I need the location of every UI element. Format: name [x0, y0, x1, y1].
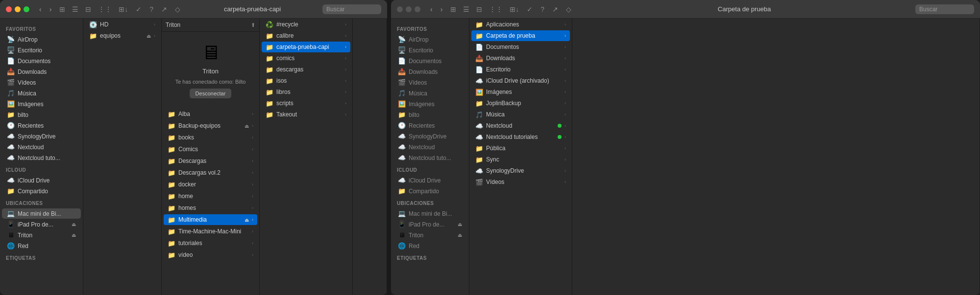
isos-item[interactable]: 📁 isos ›	[262, 75, 350, 86]
r-sidebar-compartido[interactable]: 📁 Compartido	[393, 186, 467, 196]
sidebar-item-imagenes[interactable]: 🖼️ Imágenes	[2, 99, 81, 109]
disconnect-button[interactable]: Desconectar	[190, 89, 232, 98]
r-escritorio-item[interactable]: 📄 Escritorio ›	[471, 64, 570, 75]
right-maximize-btn[interactable]	[415, 6, 420, 12]
r-nextcloud-tuto-item[interactable]: ☁️ Nextcloud tutoriales ›	[471, 132, 570, 142]
hd-item[interactable]: 💽 HD ›	[85, 19, 159, 30]
sidebar-item-documentos[interactable]: 📄 Documentos	[2, 56, 81, 66]
r-column-view-button[interactable]: ⊟	[474, 4, 484, 14]
sidebar-item-synology[interactable]: ☁️ SynologyDrive	[2, 131, 81, 141]
video-item[interactable]: 📁 vídeo ›	[164, 250, 257, 260]
gallery-view-button[interactable]: ⋮⋮	[96, 4, 114, 14]
right-minimize-btn[interactable]	[406, 6, 412, 12]
help-icon[interactable]: ?	[147, 4, 155, 14]
r-sidebar-nextcloud-tuto[interactable]: ☁️ Nextcloud tuto...	[393, 153, 467, 163]
r-sidebar-triton[interactable]: 🖥 Triton ⏏	[393, 230, 467, 240]
search-input[interactable]	[322, 4, 381, 14]
sidebar-item-bilto[interactable]: 📁 bilto	[2, 110, 81, 120]
takeout-item[interactable]: 📁 Takeout ›	[262, 109, 350, 120]
r-sidebar-icloud[interactable]: ☁️ iCloud Drive	[393, 175, 467, 185]
comics-col-item[interactable]: 📁 comics ›	[262, 53, 350, 64]
minimize-button[interactable]	[15, 6, 21, 12]
sidebar-item-nextcloud[interactable]: ☁️ Nextcloud	[2, 142, 81, 152]
r-icloud-drive-item[interactable]: ☁️ iCloud Drive (archivado) ›	[471, 75, 570, 86]
sidebar-item-videos[interactable]: 🎬 Vídeos	[2, 77, 81, 88]
sidebar-item-red[interactable]: 🌐 Red	[2, 241, 81, 251]
r-help-icon[interactable]: ?	[539, 4, 546, 14]
r-sidebar-videos[interactable]: 🎬 Vídeos	[393, 77, 467, 88]
r-synology-item[interactable]: ☁️ SynologyDrive ›	[471, 165, 570, 176]
r-joplin-item[interactable]: 📁 JoplinBackup ›	[471, 98, 570, 109]
eject-icon[interactable]: ⏏	[72, 222, 76, 227]
equipos-item[interactable]: 📁 equipos ⏏ ›	[85, 30, 159, 41]
sidebar-item-macmini[interactable]: 💻 Mac mini de Bi...	[2, 208, 81, 219]
r-videos-item[interactable]: 🎬 Vídeos ›	[471, 177, 570, 187]
r-tag-icon[interactable]: ◇	[564, 4, 573, 14]
r-musica-item[interactable]: 🎵 Música ›	[471, 109, 570, 120]
sidebar-item-airdrop[interactable]: 📡 AirDrop	[2, 34, 81, 45]
descargas-vol2-item[interactable]: 📁 Descargas vol.2 ›	[164, 167, 257, 178]
r-aplicaciones-item[interactable]: 📁 Aplicaciones ›	[471, 19, 570, 30]
r-sidebar-downloads[interactable]: 📥 Downloads	[393, 67, 467, 77]
calibre-item[interactable]: 📁 calibre ›	[262, 30, 350, 41]
r-sidebar-synology[interactable]: ☁️ SynologyDrive	[393, 131, 467, 141]
r-sync-item[interactable]: 📁 Sync ›	[471, 154, 570, 165]
timemachine-item[interactable]: 📁 Time-Machine-Mac-Mini ›	[164, 226, 257, 237]
r-sidebar-musica[interactable]: 🎵 Música	[393, 88, 467, 98]
r-list-view-button[interactable]: ☰	[461, 4, 471, 14]
sidebar-item-icloud-drive[interactable]: ☁️ iCloud Drive	[2, 175, 81, 185]
right-search-input[interactable]	[915, 4, 974, 14]
eject-icon[interactable]: ⏏	[147, 33, 151, 39]
r-nextcloud-item[interactable]: ☁️ Nextcloud ›	[471, 120, 570, 131]
r-publica-item[interactable]: 📁 Pública ›	[471, 143, 570, 154]
column-view-button[interactable]: ⊟	[83, 4, 93, 14]
recycle-item[interactable]: ♻️ #recycle ›	[262, 19, 350, 30]
alba-item[interactable]: 📁 Alba ›	[164, 109, 257, 119]
eject-icon[interactable]: ⏏	[245, 123, 249, 129]
r-sort-button[interactable]: ⊞↓	[508, 4, 521, 14]
descargas-col-item[interactable]: 📁 descargas ›	[262, 64, 350, 75]
r-carpeta-prueba-item[interactable]: 📁 Carpeta de prueba ›	[471, 30, 570, 41]
sort-button[interactable]: ⊞↓	[117, 4, 130, 14]
maximize-button[interactable]	[24, 6, 29, 12]
r-sidebar-red[interactable]: 🌐 Red	[393, 241, 467, 251]
right-forward-button[interactable]: ›	[439, 4, 445, 14]
share-icon[interactable]: ↗	[159, 4, 169, 14]
descargas-item[interactable]: 📁 Descargas ›	[164, 156, 257, 166]
backup-item[interactable]: 📁 Backup-equipos ⏏ ›	[164, 120, 257, 131]
sidebar-item-compartido[interactable]: 📁 Compartido	[2, 186, 81, 196]
multimedia-item[interactable]: 📁 Multimedia ⏏ ›	[164, 214, 257, 225]
r-sidebar-documentos[interactable]: 📄 Documentos	[393, 56, 467, 66]
check-icon[interactable]: ✓	[134, 4, 144, 14]
close-button[interactable]	[6, 6, 12, 12]
books-item[interactable]: 📁 books ›	[164, 132, 257, 143]
r-documentos-item[interactable]: 📄 Documentos ›	[471, 42, 570, 52]
r-sidebar-nextcloud[interactable]: ☁️ Nextcloud	[393, 142, 467, 152]
home-item[interactable]: 📁 home ›	[164, 191, 257, 202]
right-back-button[interactable]: ‹	[428, 4, 435, 14]
r-sidebar-escritorio[interactable]: 🖥️ Escritorio	[393, 45, 467, 55]
list-view-button[interactable]: ☰	[70, 4, 80, 14]
r-check-icon[interactable]: ✓	[525, 4, 535, 14]
tag-icon[interactable]: ◇	[173, 4, 182, 14]
comics-item[interactable]: 📁 Comics ›	[164, 144, 257, 155]
sidebar-item-recientes[interactable]: 🕐 Recientes	[2, 120, 81, 131]
sidebar-item-triton[interactable]: 🖥 Triton ⏏	[2, 230, 81, 240]
homes-item[interactable]: 📁 homes ›	[164, 203, 257, 213]
forward-button[interactable]: ›	[48, 4, 54, 14]
sidebar-item-escritorio[interactable]: 🖥️ Escritorio	[2, 45, 81, 55]
tutoriales-item[interactable]: 📁 tutoriales ›	[164, 238, 257, 249]
docker-item[interactable]: 📁 docker ›	[164, 179, 257, 190]
r-sidebar-bilto[interactable]: 📁 bilto	[393, 110, 467, 120]
triton-eject-icon[interactable]: ⬆	[251, 22, 255, 28]
eject-icon[interactable]: ⏏	[245, 217, 249, 223]
r-eject-icon[interactable]: ⏏	[458, 222, 462, 227]
icon-view-button[interactable]: ⊞	[57, 4, 67, 14]
eject-icon[interactable]: ⏏	[72, 232, 76, 238]
r-eject-triton-icon[interactable]: ⏏	[458, 232, 462, 238]
back-button[interactable]: ‹	[37, 4, 44, 14]
r-sidebar-imagenes[interactable]: 🖼️ Imágenes	[393, 99, 467, 109]
r-sidebar-recientes[interactable]: 🕐 Recientes	[393, 120, 467, 131]
r-imagenes-item[interactable]: 🖼️ Imágenes ›	[471, 87, 570, 97]
r-gallery-view-button[interactable]: ⋮⋮	[487, 4, 505, 14]
